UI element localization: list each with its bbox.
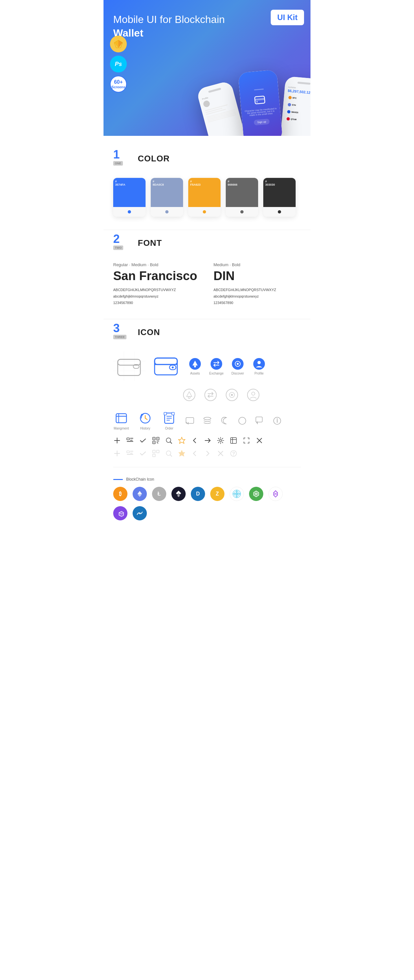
back-icon-outline	[191, 450, 199, 457]
svg-rect-83	[127, 454, 133, 455]
qr-icon	[152, 437, 160, 444]
icon-section-header: 3 THREE ICON	[113, 323, 301, 342]
bitcoin-icon: ₿	[113, 487, 127, 501]
exchange-icon-item: Exchange	[208, 357, 225, 375]
wallet-blue-icon	[153, 355, 179, 377]
icon-section-number: 3 THREE	[113, 323, 132, 342]
svg-rect-58	[130, 440, 132, 441]
message-icon	[185, 416, 195, 426]
sketch-badge	[110, 36, 127, 52]
profile-icon-label: Profile	[255, 372, 264, 375]
svg-point-30	[205, 389, 217, 401]
blockchain-label-text: BlockChain Icon	[126, 477, 154, 482]
wallet-wireframe-icon	[113, 352, 145, 381]
color-section: 1 ONE COLOR #3574FA #8DA0C8 #F5A623 #666…	[104, 136, 310, 230]
wallet-icons-row: Assets Exchange Discover	[113, 352, 301, 381]
svg-point-49	[239, 417, 246, 424]
management-icon-label: Mangment	[113, 426, 129, 430]
ps-badge: Ps	[110, 56, 127, 72]
font-sf-numbers: 1234567890	[113, 300, 201, 306]
svg-rect-64	[158, 438, 158, 439]
svg-rect-47	[186, 418, 194, 423]
font-section-title: FONT	[138, 238, 162, 248]
color-swatch-dark: #303030	[263, 178, 296, 217]
svg-marker-89	[178, 450, 185, 457]
help-icon-outline	[230, 450, 237, 457]
font-grid: Regular · Medium · Bold San Francisco AB…	[113, 262, 301, 306]
phone-mid: Character may be manifested in the great…	[238, 70, 283, 136]
svg-rect-36	[116, 414, 126, 423]
svg-rect-13	[154, 358, 177, 375]
color-swatch-gray-blue: #8DA0C8	[151, 178, 183, 217]
star-icon	[178, 437, 186, 444]
utility-icons-outline-row	[113, 450, 301, 457]
svg-rect-85	[156, 450, 159, 453]
close-icon	[256, 437, 263, 444]
svg-rect-59	[127, 441, 133, 442]
discover-icon-outline	[224, 388, 240, 401]
color-swatch-blue: #3574FA	[113, 178, 145, 217]
icon-section-title: ICON	[138, 327, 160, 337]
color-swatches: #3574FA #8DA0C8 #F5A623 #666666 #303030	[113, 178, 301, 217]
discover-icon-item: Discover	[230, 357, 246, 375]
qr-icon-outline	[152, 450, 160, 457]
svg-point-72	[220, 439, 221, 441]
font-sf-style: Regular · Medium · Bold	[113, 262, 201, 267]
assets-icon-item: Assets	[187, 357, 203, 375]
font-section-number: 2 TWO	[113, 233, 132, 253]
discover-icon-label: Discover	[232, 372, 244, 375]
history-icon-label: History	[140, 426, 150, 430]
nem-icon	[249, 487, 263, 501]
font-sf: Regular · Medium · Bold San Francisco AB…	[113, 262, 201, 306]
phone-mockups: Profile	[202, 71, 310, 136]
chat-icon	[255, 416, 264, 426]
font-din-uppercase: ABCDEFGHIJKLMNOPQRSTUVWXYZ	[213, 287, 301, 293]
svg-marker-94	[137, 491, 142, 495]
font-din: Medium · Bold DIN ABCDEFGHIJKLMNOPQRSTUV…	[213, 262, 301, 306]
search-icon	[165, 437, 173, 444]
svg-rect-57	[130, 438, 133, 439]
color-section-title: COLOR	[138, 154, 170, 164]
order-icon-item: Order	[161, 411, 177, 430]
zcash-icon: Z	[210, 487, 225, 501]
svg-rect-80	[127, 451, 129, 453]
font-section: 2 TWO FONT Regular · Medium · Bold San F…	[104, 230, 310, 319]
moon-icon	[220, 416, 230, 426]
nav-icons-group: Assets Exchange Discover	[187, 357, 267, 375]
hero-badges: Ps 60+ Screens	[110, 36, 127, 92]
list-icon-outline	[126, 450, 134, 457]
ui-kit-badge: UI Kit	[271, 10, 304, 25]
svg-point-17	[172, 366, 174, 368]
check-icon	[139, 437, 147, 444]
svg-rect-65	[154, 442, 154, 443]
back-icon	[191, 437, 199, 444]
svg-rect-45	[164, 412, 167, 415]
svg-marker-28	[186, 392, 192, 396]
font-din-numbers: 1234567890	[213, 300, 301, 306]
wings-icon	[171, 487, 186, 501]
svg-line-70	[170, 442, 172, 444]
hero-section: Mobile UI for Blockchain Wallet UI Kit P…	[104, 0, 310, 136]
color-swatch-gray: #666666	[226, 178, 258, 217]
history-icon-item: History	[137, 411, 153, 430]
crystal-icon	[269, 487, 283, 501]
download-icon	[230, 437, 237, 444]
font-sf-lowercase: abcdefghijklmnopqrstuvwxyz	[113, 293, 201, 300]
svg-point-20	[194, 366, 196, 368]
icon-section: 3 THREE ICON	[104, 319, 310, 533]
svg-rect-82	[130, 453, 132, 453]
search-icon-outline	[165, 450, 173, 457]
dash-icon: D	[191, 487, 205, 501]
matic-icon	[113, 506, 127, 520]
syscoin-icon	[132, 506, 147, 520]
svg-point-5	[256, 101, 258, 102]
nav-icons-outline-row	[181, 388, 301, 401]
scan-icon	[243, 437, 250, 444]
svg-point-53	[277, 418, 278, 419]
svg-rect-86	[153, 454, 155, 457]
ethereum-icon	[132, 487, 147, 501]
svg-rect-46	[172, 412, 174, 415]
svg-point-21	[210, 358, 222, 370]
svg-rect-4	[255, 98, 264, 100]
font-section-header: 2 TWO FONT	[113, 233, 301, 253]
